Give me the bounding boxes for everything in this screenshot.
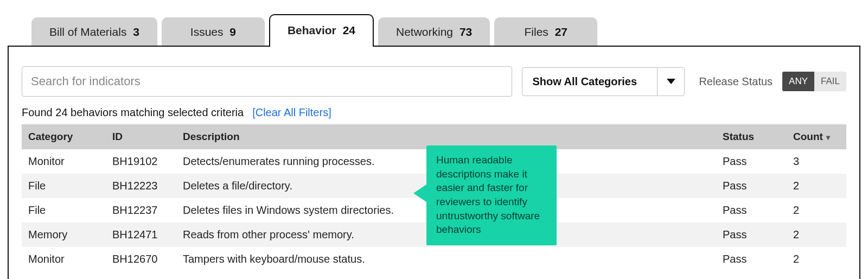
- cell-category: Memory: [22, 223, 106, 247]
- dropdown-label: Show All Categories: [522, 68, 657, 96]
- col-label: Status: [723, 131, 754, 142]
- cell-category: File: [22, 198, 106, 223]
- category-dropdown[interactable]: Show All Categories: [522, 67, 685, 96]
- tab-networking[interactable]: Networking 73: [378, 17, 490, 47]
- cell-count: 3: [787, 149, 846, 174]
- cell-status: Pass: [716, 174, 787, 198]
- col-category[interactable]: Category: [22, 124, 106, 149]
- tab-label: Issues: [190, 26, 224, 38]
- tab-bill-of-materials[interactable]: Bill of Materials 3: [31, 17, 157, 47]
- search-box[interactable]: [22, 66, 512, 97]
- callout-text: Human readable descriptions make it easi…: [436, 154, 540, 235]
- cell-status: Pass: [716, 149, 787, 174]
- cell-count: 2: [787, 223, 846, 247]
- tab-count: 9: [229, 26, 236, 38]
- cell-count: 2: [787, 247, 846, 271]
- cell-count: 2: [787, 174, 846, 198]
- col-label: ID: [112, 131, 123, 142]
- annotation-callout: Human readable descriptions make it easi…: [426, 145, 557, 245]
- tab-label: Files: [524, 26, 548, 38]
- release-status-toggle: ANY FAIL: [782, 72, 846, 91]
- cell-category: File: [22, 174, 106, 198]
- tab-count: 3: [133, 26, 139, 38]
- search-input[interactable]: [31, 74, 503, 88]
- cell-status: Pass: [716, 198, 787, 223]
- tab-behavior[interactable]: Behavior 24: [269, 14, 374, 47]
- cell-id: BH12471: [106, 223, 176, 247]
- results-summary-line: Found 24 behaviors matching selected cri…: [22, 106, 846, 119]
- svg-marker-0: [667, 79, 675, 84]
- col-id[interactable]: ID: [106, 124, 176, 149]
- cell-id: BH19102: [106, 149, 176, 174]
- tab-issues[interactable]: Issues 9: [162, 17, 265, 47]
- sort-desc-icon: ▾: [826, 133, 830, 142]
- tab-count: 27: [555, 26, 567, 38]
- tab-label: Bill of Materials: [49, 26, 126, 38]
- cell-category: Monitor: [22, 247, 106, 271]
- col-status[interactable]: Status: [716, 124, 787, 149]
- clear-all-filters-link[interactable]: [Clear All Filters]: [252, 106, 331, 119]
- cell-id: BH12223: [106, 174, 176, 198]
- cell-description: Tampers with keyboard/mouse status.: [176, 247, 716, 271]
- col-label: Category: [28, 131, 73, 142]
- cell-category: Monitor: [22, 149, 106, 174]
- cell-id: BH12237: [106, 198, 176, 223]
- results-summary: Found 24 behaviors matching selected cri…: [22, 106, 244, 119]
- cell-count: 2: [787, 198, 846, 223]
- col-count[interactable]: Count▾: [787, 124, 846, 149]
- tab-count: 73: [459, 26, 472, 38]
- table-row[interactable]: MonitorBH12670Tampers with keyboard/mous…: [22, 247, 846, 271]
- tabs-row: Bill of Materials 3 Issues 9 Behavior 24…: [0, 0, 868, 47]
- content-panel: Show All Categories Release Status ANY F…: [8, 46, 860, 279]
- col-label: Count: [793, 131, 823, 142]
- cell-status: Pass: [716, 247, 787, 271]
- filter-row: Show All Categories Release Status ANY F…: [22, 66, 846, 97]
- tab-files[interactable]: Files 27: [494, 17, 597, 47]
- toggle-fail-button[interactable]: FAIL: [814, 72, 846, 91]
- tab-label: Behavior: [288, 24, 336, 36]
- cell-id: BH12670: [106, 247, 176, 271]
- col-label: Description: [183, 131, 240, 142]
- toggle-any-button[interactable]: ANY: [782, 72, 814, 91]
- chevron-down-icon: [657, 68, 684, 96]
- release-status-label: Release Status: [699, 75, 773, 88]
- cell-status: Pass: [716, 223, 787, 247]
- tab-count: 24: [343, 24, 355, 36]
- tab-label: Networking: [396, 26, 453, 38]
